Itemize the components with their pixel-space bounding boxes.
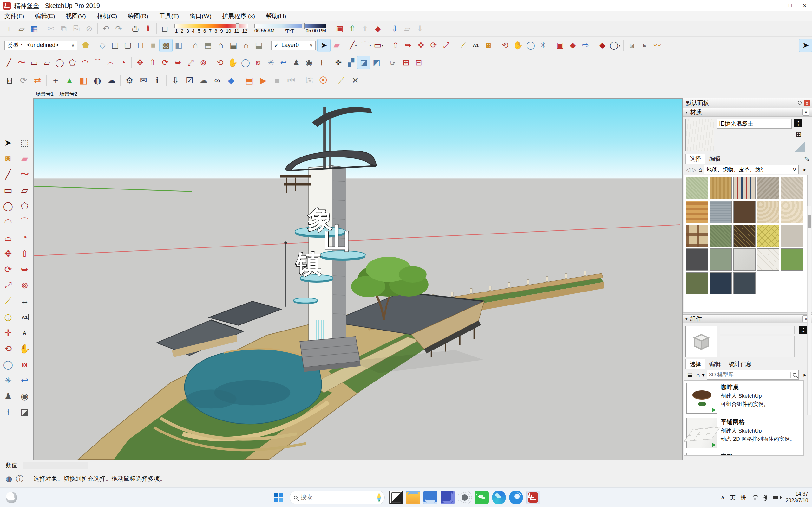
- zoom-window-icon[interactable]: ⧇: [18, 357, 32, 372]
- position-camera-icon[interactable]: ♟: [1, 389, 15, 403]
- enscape-camera-sync-icon[interactable]: ⇄: [31, 74, 44, 88]
- top-view-icon[interactable]: ▤: [227, 39, 240, 52]
- export-icon[interactable]: ⇨: [579, 39, 592, 52]
- material-swatch[interactable]: [686, 272, 708, 294]
- menu-item[interactable]: 编辑(E): [35, 12, 55, 20]
- add-location-icon[interactable]: ⇩: [388, 22, 401, 35]
- material-swatch[interactable]: [710, 201, 732, 223]
- material-swatch[interactable]: [733, 248, 756, 271]
- tape-measure-icon[interactable]: ⟋: [457, 39, 469, 52]
- minimize-button[interactable]: —: [768, 0, 783, 11]
- tape-measure-icon[interactable]: ⟋: [1, 294, 15, 308]
- iso-view-icon[interactable]: ⌂: [189, 39, 202, 52]
- share-model-icon[interactable]: ⇧: [346, 22, 359, 35]
- enscape-sync-icon[interactable]: ⟳: [16, 74, 31, 88]
- enscape-feedback-icon[interactable]: ✉: [136, 74, 150, 88]
- secondary-pane-button[interactable]: ▾＋: [799, 326, 808, 334]
- component-options-icon[interactable]: ⊞: [400, 56, 412, 69]
- arc-icon[interactable]: ◠: [79, 56, 91, 69]
- line-icon[interactable]: ╱: [3, 56, 15, 69]
- volume-icon[interactable]: [763, 495, 767, 500]
- erase-icon[interactable]: ⊘: [83, 22, 96, 35]
- material-swatch[interactable]: [757, 177, 779, 199]
- play-animation-icon[interactable]: ▶: [256, 74, 270, 88]
- stop-animation-icon[interactable]: ■: [270, 74, 284, 88]
- paste-icon[interactable]: ⎘: [70, 22, 83, 35]
- circle-icon[interactable]: ◯: [53, 56, 66, 69]
- text-icon[interactable]: A1: [18, 310, 32, 324]
- 3d-text-icon[interactable]: A: [18, 326, 32, 340]
- scene-manager-icon[interactable]: ▤: [242, 74, 256, 88]
- follow-me-icon[interactable]: ➥: [402, 39, 415, 52]
- layer-dropdown[interactable]: ✓ Layer0 ∨: [271, 41, 316, 50]
- clock[interactable]: 14:37 2023/7/10: [786, 491, 808, 504]
- zoom-icon[interactable]: ◯: [524, 39, 537, 52]
- orbit-icon[interactable]: ⟲: [214, 56, 226, 69]
- open-file-icon[interactable]: ▱: [15, 22, 28, 35]
- enscape-asset-library-icon[interactable]: ▲: [62, 74, 77, 88]
- start-button[interactable]: [272, 491, 285, 504]
- add-link-icon[interactable]: ∞: [210, 74, 224, 88]
- material-category-dropdown[interactable]: 地毯、织物、皮革、纺织品和 ∨: [704, 165, 799, 174]
- material-swatch[interactable]: [710, 272, 732, 294]
- month-slider-handle[interactable]: [236, 23, 239, 29]
- pie-icon[interactable]: ◔: [18, 231, 32, 245]
- taskbar-search-input[interactable]: [301, 494, 374, 501]
- enscape-materials-icon[interactable]: ◧: [77, 74, 90, 88]
- cut-icon[interactable]: ✂: [45, 22, 57, 35]
- scale-icon[interactable]: ⤢: [440, 39, 453, 52]
- monochrome-style-icon[interactable]: ◧: [172, 39, 185, 52]
- sandbox-icon[interactable]: 〰: [651, 39, 664, 52]
- text-tool-icon[interactable]: A1: [469, 39, 482, 52]
- material-swatch[interactable]: [781, 201, 803, 223]
- move-icon[interactable]: ✥: [1, 246, 15, 261]
- protractor-icon[interactable]: ◶: [1, 310, 15, 324]
- edge-browser-button[interactable]: [492, 491, 506, 504]
- geo-person-icon[interactable]: ⇩: [414, 22, 426, 35]
- menu-item[interactable]: 文件(F): [4, 12, 24, 20]
- component-name-field[interactable]: [720, 326, 795, 334]
- claim-credit-icon[interactable]: ⓘ: [15, 474, 24, 483]
- scene-tab[interactable]: 场景号1: [36, 91, 54, 98]
- material-swatch[interactable]: [733, 201, 756, 223]
- pan-icon[interactable]: ✋: [18, 342, 32, 355]
- blue-app-button[interactable]: [509, 491, 523, 504]
- eyedropper-icon[interactable]: ✎: [804, 155, 809, 164]
- zoom-extents-icon[interactable]: ✳: [264, 56, 277, 69]
- dimensions-icon[interactable]: ↔: [18, 294, 32, 308]
- maximize-button[interactable]: □: [783, 0, 798, 11]
- print-icon[interactable]: ⎙: [129, 22, 142, 35]
- styles-icon[interactable]: E: [638, 39, 651, 52]
- tab-select[interactable]: 选择: [686, 359, 705, 369]
- polygon-icon[interactable]: ⬠: [66, 56, 79, 69]
- details-button[interactable]: ▸: [801, 165, 809, 174]
- offset-icon[interactable]: ⊚: [197, 56, 210, 69]
- no-protractor-icon[interactable]: ✕: [348, 74, 362, 88]
- rotated-rectangle-icon[interactable]: ▱: [41, 56, 53, 69]
- mail-app-button[interactable]: [423, 491, 438, 504]
- enscape-start-icon[interactable]: e: [3, 74, 16, 88]
- panel-scrollbar[interactable]: [807, 206, 811, 415]
- pin-icon[interactable]: [797, 100, 801, 106]
- tab-select[interactable]: 选择: [686, 154, 705, 164]
- front-view-icon[interactable]: ⌂: [214, 39, 227, 52]
- two-point-arc-icon[interactable]: ⌒: [91, 56, 104, 69]
- select-tool-icon[interactable]: ➤: [317, 39, 330, 52]
- look-around-icon[interactable]: ◉: [303, 56, 315, 69]
- zoom-extents-icon[interactable]: ✳: [1, 373, 15, 387]
- zoom-icon[interactable]: ◯: [1, 357, 15, 372]
- material-swatch[interactable]: [781, 248, 803, 271]
- zoom-extents-icon[interactable]: ✳: [537, 39, 550, 52]
- ruby-console-icon[interactable]: ◆: [596, 39, 609, 52]
- right-view-icon[interactable]: ⬒: [202, 39, 214, 52]
- shadow-dialog-icon[interactable]: ◻: [159, 22, 171, 35]
- search-icon[interactable]: [793, 373, 797, 377]
- redo-icon[interactable]: ↷: [112, 22, 125, 35]
- previous-view-icon[interactable]: ↩: [18, 373, 32, 387]
- page-flip-icon[interactable]: ⎘: [302, 74, 316, 88]
- shaded-style-icon[interactable]: ■: [147, 39, 159, 52]
- pan-icon[interactable]: ✋: [226, 56, 239, 69]
- orbit-icon[interactable]: ⟲: [1, 342, 15, 355]
- component-description-field[interactable]: [720, 336, 795, 357]
- push-pull-icon[interactable]: ⇧: [389, 39, 402, 52]
